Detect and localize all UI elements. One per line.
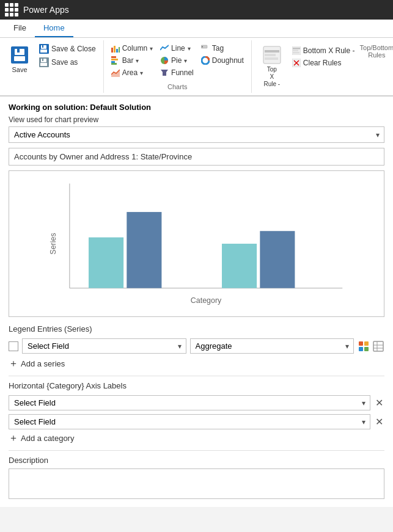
svg-rect-41 [359,347,363,351]
bottom-x-rule-icon [292,46,301,55]
clear-rules-button[interactable]: Clear Rules [290,57,344,68]
category-1-remove-button[interactable]: ✕ [374,397,384,409]
ribbon-group-charts: Column ▾ Bar ▾ [104,40,252,93]
x-axis-label: Category [191,296,222,305]
top-x-rule-large-button[interactable]: TopXRule - [257,43,287,90]
tab-file[interactable]: File [5,20,35,37]
top-bottom-label: Top/Bottom Rules [360,43,393,59]
category-field-2-dropdown[interactable]: Select Field [9,414,370,429]
chart-tag-group: Tag Doughnut [199,43,246,66]
category-field-1-dropdown[interactable]: Select Field [9,395,370,410]
add-category-link[interactable]: ＋ Add a category [9,433,384,443]
svg-rect-6 [42,45,43,48]
ribbon: Save Save & Close Save as [0,38,393,97]
funnel-chart-button[interactable]: Funnel [158,67,196,78]
series-row: Select Field ▾ Aggregate ▾ [9,338,384,354]
view-dropdown[interactable]: Active Accounts [9,126,384,143]
main-content: Working on solution: Default Solution Vi… [0,97,393,507]
chart-col-group: Column ▾ Bar ▾ [109,43,155,78]
svg-rect-16 [111,56,116,58]
chart-title: Accounts by Owner and Address 1: State/P… [9,148,384,166]
series-color-icon[interactable] [358,340,370,352]
top-x-rule-icon [262,45,282,65]
category-row-1: Select Field ▾ ✕ [9,395,384,410]
bar-chart-button[interactable]: Bar ▾ [109,55,142,66]
series-field-dropdown-wrapper: Select Field ▾ [22,338,186,354]
svg-rect-27 [265,50,279,53]
svg-rect-40 [364,341,369,346]
svg-point-24 [202,46,203,48]
svg-rect-10 [42,59,43,61]
charts-group-label: Charts [109,82,246,90]
svg-rect-18 [111,61,115,63]
svg-rect-28 [265,54,276,56]
svg-rect-39 [359,341,363,346]
line-chart-icon [160,44,169,53]
bar-1 [89,238,123,288]
bar-4 [260,231,295,288]
table-icon [373,341,384,352]
funnel-chart-icon [160,68,169,77]
save-as-button[interactable]: Save as [37,56,80,68]
y-axis-label: Series [49,233,57,254]
bottom-x-rule-button[interactable]: Bottom X Rule - [290,45,358,56]
waffle-icon[interactable] [5,3,18,16]
title-bar: Power Apps [0,0,393,20]
divider-2 [9,450,384,451]
svg-rect-19 [111,63,117,65]
svg-rect-14 [116,49,118,53]
area-chart-button[interactable]: Area ▾ [109,67,145,78]
legend-section-title: Legend Entries (Series) [9,324,384,333]
add-category-label: Add a category [21,434,74,443]
view-label: View used for chart preview [9,115,384,124]
bar-2 [127,212,161,288]
svg-rect-3 [14,56,25,61]
save-label: Save [12,66,27,73]
category-2-remove-button[interactable]: ✕ [374,416,384,428]
svg-rect-11 [40,63,47,66]
series-action-icons [358,340,384,352]
line-chart-button[interactable]: Line ▾ [158,43,193,54]
aggregate-dropdown[interactable]: Aggregate [190,338,354,354]
chart-preview: Series Category [9,170,384,317]
ribbon-group-save: Save Save & Close Save as [0,40,104,93]
tab-home[interactable]: Home [35,20,73,37]
add-category-plus-icon: ＋ [9,433,18,443]
svg-rect-9 [41,59,46,62]
svg-rect-31 [293,48,300,49]
pie-chart-button[interactable]: Pie ▾ [158,55,189,66]
add-series-plus-icon: ＋ [9,359,18,368]
chart-types-row: Column ▾ Bar ▾ [109,43,246,79]
add-series-link[interactable]: ＋ Add a series [9,359,384,368]
svg-rect-29 [265,57,278,60]
area-chart-icon [111,68,120,77]
series-checkbox[interactable] [9,341,18,351]
category-field-1-wrapper: Select Field ▾ [9,395,370,410]
app-title: Power Apps [23,5,69,15]
save-sub-group: Save & Close Save as [37,43,98,68]
svg-rect-12 [111,48,113,53]
svg-rect-33 [293,52,299,54]
chart-line-group: Line ▾ Pie ▾ Funnel [158,43,196,78]
category-field-2-wrapper: Select Field ▾ [9,414,370,429]
tag-chart-button[interactable]: Tag [199,43,226,54]
save-button[interactable]: Save [5,43,34,76]
save-close-icon [39,44,49,54]
description-label: Description [9,456,384,465]
bar-chart-icon [111,56,120,65]
doughnut-chart-icon [201,56,210,65]
save-close-button[interactable]: Save & Close [37,43,98,55]
column-chart-button[interactable]: Column ▾ [109,43,155,54]
top-label: TopXRule - [263,66,280,88]
category-row-2: Select Field ▾ ✕ [9,414,384,429]
solution-label: Working on solution: Default Solution [9,103,384,112]
chart-svg: Series Category [15,177,378,310]
ribbon-tabs: File Home [0,20,393,38]
series-field-dropdown[interactable]: Select Field [22,338,186,354]
description-textarea[interactable] [9,468,384,499]
series-table-icon[interactable] [372,340,384,352]
color-swatch-icon [358,341,369,352]
view-dropdown-wrapper: Active Accounts ▾ [9,126,384,143]
svg-rect-15 [119,47,120,53]
doughnut-chart-button[interactable]: Doughnut [199,55,246,66]
